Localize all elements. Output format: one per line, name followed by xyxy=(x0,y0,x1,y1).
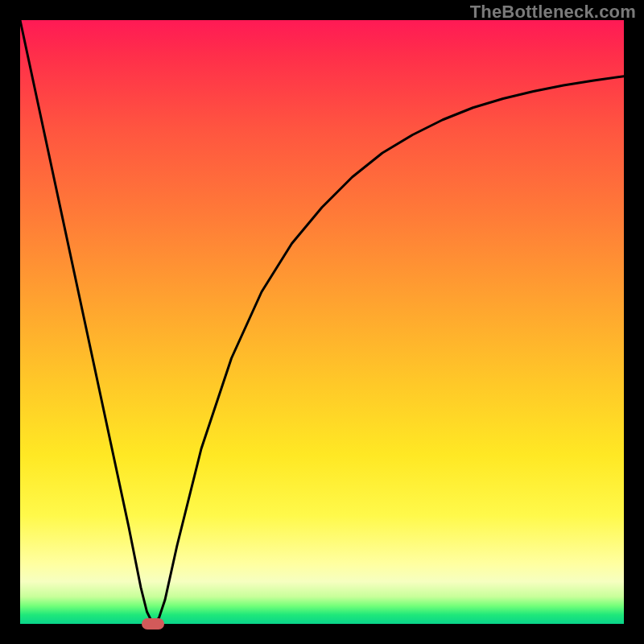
curve-svg xyxy=(20,20,624,624)
plot-area xyxy=(20,20,624,624)
watermark-text: TheBottleneck.com xyxy=(470,2,636,23)
chart-frame: TheBottleneck.com xyxy=(0,0,644,644)
bottleneck-curve xyxy=(20,20,624,624)
optimal-marker xyxy=(142,618,164,630)
